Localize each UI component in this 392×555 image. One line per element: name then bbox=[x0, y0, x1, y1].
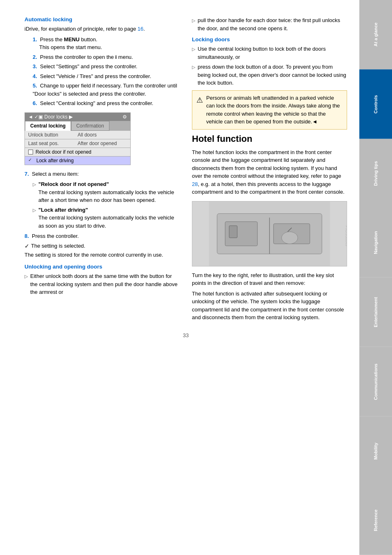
svg-point-6 bbox=[282, 232, 298, 244]
step-2: 2. Press the controller to open the i me… bbox=[31, 53, 180, 61]
page-28-link[interactable]: 28 bbox=[192, 181, 198, 187]
turn-key-text: Turn the key to the right, refer to illu… bbox=[192, 271, 347, 287]
step-8: 8. Press the controller. bbox=[24, 232, 180, 240]
sidebar-tab-navigation[interactable]: Navigation bbox=[359, 208, 392, 278]
sidebar-tab-driving-tips[interactable]: Driving tips bbox=[359, 139, 392, 208]
sidebar-tab-reference[interactable]: Reference bbox=[359, 486, 392, 555]
sidebar-tab-controls[interactable]: Controls bbox=[359, 69, 392, 139]
automatic-locking-intro: iDrive, for explanation of principle, re… bbox=[24, 25, 180, 33]
page-16-link[interactable]: 16 bbox=[138, 26, 143, 32]
hotel-activated-text: The hotel function is activated after su… bbox=[192, 290, 347, 322]
lock-bullet-1: ▷ Use the central locking button to lock… bbox=[192, 45, 347, 61]
step-3: 3. Select "Settings" and press the contr… bbox=[31, 63, 180, 71]
unlock-bullet-1: ▷ Either unlock both doors at the same t… bbox=[24, 272, 180, 296]
svg-rect-3 bbox=[229, 226, 237, 238]
hotel-desc: The hotel function locks the compartment… bbox=[192, 148, 347, 196]
bullet-lock: ▷ "Lock after driving" The central locki… bbox=[33, 206, 180, 230]
pull-door-bullet: ▷ pull the door handle for each door twi… bbox=[192, 16, 347, 32]
step-1: 1. Press the MENU button. This opens the… bbox=[31, 36, 180, 51]
unlocking-heading: Unlocking and opening doors bbox=[24, 264, 180, 270]
step-5: 5. Change to upper field if necessary. T… bbox=[31, 82, 180, 98]
sidebar-tab-at-a-glance[interactable]: At a glance bbox=[359, 0, 392, 69]
step-4: 4. Select "Vehicle / Tires" and press th… bbox=[31, 72, 180, 81]
sidebar-tab-entertainment[interactable]: Entertainment bbox=[359, 278, 392, 347]
widget-row-unlock: Unlock button All doors bbox=[25, 131, 130, 139]
widget-checkbox-lock: Lock after driving bbox=[25, 157, 130, 165]
widget-header-right: ⚙ bbox=[122, 114, 127, 120]
hotel-function-image: PXDSS0049 bbox=[192, 201, 347, 266]
sidebar-tab-communications[interactable]: Communications bbox=[359, 347, 392, 416]
widget-row-seat: Last seat pos. After door opened bbox=[25, 139, 130, 148]
image-watermark: PXDSS0049 bbox=[345, 225, 347, 246]
stored-note: The setting is stored for the remote con… bbox=[24, 251, 180, 259]
widget-header-left: ◄ ✓▣ Door locks ▶ bbox=[28, 114, 73, 120]
sidebar-tab-mobility[interactable]: Mobility bbox=[359, 416, 392, 486]
lock-bullet-2: ▷ press down the lock button of a door. … bbox=[192, 63, 347, 87]
chapter-sidebar: At a glance Controls Driving tips Naviga… bbox=[359, 0, 392, 555]
warning-box: ⚠ Persons or animals left unattended in … bbox=[192, 90, 347, 130]
widget-tab-confirmation[interactable]: Confirmation bbox=[71, 121, 109, 131]
bullet-relock: ▷ "Relock door if not opened" The centra… bbox=[33, 180, 180, 204]
page-number: 33 bbox=[24, 332, 347, 338]
locking-doors-heading: Locking doors bbox=[192, 36, 347, 43]
step-7: 7. Select a menu item: bbox=[24, 170, 180, 178]
warning-icon: ⚠ bbox=[196, 95, 203, 106]
step-6: 6. Select "Central locking" and press th… bbox=[31, 99, 180, 107]
door-locks-widget: ◄ ✓▣ Door locks ▶ ⚙ Central locking Conf… bbox=[24, 112, 131, 165]
widget-checkbox-relock: Relock door if not opened bbox=[25, 148, 130, 157]
hotel-function-heading: Hotel function bbox=[192, 134, 347, 144]
automatic-locking-heading: Automatic locking bbox=[24, 16, 180, 22]
widget-tab-central-locking[interactable]: Central locking bbox=[25, 121, 71, 131]
setting-selected: ✓ The setting is selected. bbox=[24, 243, 180, 249]
